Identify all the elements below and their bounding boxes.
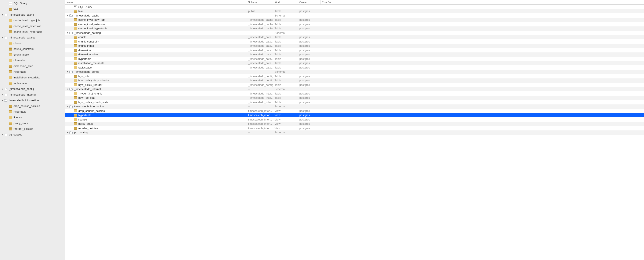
sidebar-item[interactable]: ▼timescaledb_information bbox=[0, 98, 65, 103]
sidebar-item[interactable]: reorder_policies bbox=[0, 126, 65, 132]
cell-schema: timescaledb_infor... bbox=[247, 117, 273, 122]
table-row[interactable]: bgw_job_timescaledb_configTablepostgres bbox=[65, 74, 644, 78]
sidebar-item[interactable]: chunk bbox=[0, 40, 65, 46]
column-header-owner[interactable]: Owner bbox=[298, 0, 320, 4]
table-row[interactable]: ▼_timescaledb_config--Schema bbox=[65, 70, 644, 74]
sidebar-tree[interactable]: SQLSQL Querytaxi▼_timescaledb_cachecache… bbox=[0, 0, 65, 260]
cell-kind: View bbox=[273, 113, 298, 118]
cell-name: ▼_timescaledb_cache bbox=[65, 13, 247, 18]
table-row[interactable]: bgw_policy_chunk_stats_timescaledb_inter… bbox=[65, 100, 644, 104]
cell-name: dimension_slice bbox=[65, 52, 247, 57]
table-row[interactable]: dimension_slice_timescaledb_cata...Table… bbox=[65, 52, 644, 57]
disclosure-triangle-icon[interactable]: ▼ bbox=[66, 71, 69, 73]
cell-name-label: drop_chunks_policies bbox=[78, 109, 105, 113]
cell-schema: timescaledb_infor... bbox=[247, 122, 273, 126]
sidebar-item-label: SQL Query bbox=[14, 0, 27, 6]
table-row[interactable]: ▼timescaledb_information--Schema bbox=[65, 104, 644, 109]
cell-rowcount bbox=[320, 9, 333, 13]
sidebar-item[interactable]: dimension_slice bbox=[0, 63, 65, 69]
disclosure-triangle-icon[interactable]: ▼ bbox=[1, 35, 4, 40]
table-row[interactable]: licensetimescaledb_infor...Viewpostgres bbox=[65, 117, 644, 122]
sidebar-item[interactable]: policy_stats bbox=[0, 120, 65, 126]
column-header-rowcount[interactable]: Row Co bbox=[320, 0, 333, 4]
disclosure-triangle-icon[interactable]: ▼ bbox=[66, 105, 69, 108]
sidebar-item[interactable]: ▼_timescaledb_catalog bbox=[0, 35, 65, 40]
disclosure-triangle-icon[interactable]: ▼ bbox=[1, 12, 4, 17]
svg-rect-42 bbox=[9, 65, 12, 67]
table-row[interactable]: hypertabletimescaledb_infor...Viewpostgr… bbox=[65, 113, 644, 118]
table-row[interactable]: SQLSQL Query------ bbox=[65, 5, 644, 9]
sidebar-item[interactable]: cache_inval_hypertable bbox=[0, 29, 65, 35]
table-row[interactable]: chunk_index_timescaledb_cata...Tablepost… bbox=[65, 44, 644, 48]
sidebar-item[interactable]: ▶_timescaledb_config bbox=[0, 86, 65, 92]
sidebar-item[interactable]: ▶_timescaledb_internal bbox=[0, 92, 65, 98]
cell-name-label: cache_inval_extension bbox=[78, 23, 106, 26]
table-row[interactable]: ▼_timescaledb_catalog--Schema bbox=[65, 31, 644, 35]
disclosure-triangle-icon[interactable]: ▼ bbox=[66, 14, 69, 17]
table-row[interactable]: cache_inval_bgw_job_timescaledb_cacheTab… bbox=[65, 18, 644, 22]
sidebar-item[interactable]: tablespace bbox=[0, 80, 65, 86]
disclosure-triangle-icon[interactable]: ▶ bbox=[1, 132, 4, 137]
table-row[interactable]: ▼_timescaledb_cache--Schema bbox=[65, 13, 644, 18]
cell-rowcount bbox=[320, 74, 333, 78]
disclosure-triangle-icon[interactable]: ▼ bbox=[1, 98, 4, 103]
svg-text:SQL: SQL bbox=[74, 6, 77, 7]
view-icon bbox=[9, 104, 12, 108]
cell-rowcount bbox=[320, 78, 333, 83]
table-icon bbox=[9, 47, 12, 51]
sidebar-item[interactable]: license bbox=[0, 115, 65, 120]
table-row[interactable]: hypertable_timescaledb_cata...Tablepostg… bbox=[65, 57, 644, 61]
table-row[interactable]: bgw_policy_reorder_timescaledb_configTab… bbox=[65, 83, 644, 87]
sidebar-item[interactable]: cache_inval_bgw_job bbox=[0, 17, 65, 23]
cell-rowcount bbox=[320, 130, 333, 135]
sidebar-item[interactable]: installation_metadata bbox=[0, 75, 65, 80]
column-header-kind[interactable]: Kind bbox=[273, 0, 298, 4]
table-row[interactable]: ▶pg_catalog--Schema bbox=[65, 130, 644, 135]
cell-name: _hyper_3_2_chunk bbox=[65, 91, 247, 96]
table-row[interactable]: tablespace_timescaledb_cata...Tablepostg… bbox=[65, 65, 644, 70]
table-row[interactable]: _hyper_3_2_chunk_timescaledb_inter...Tab… bbox=[65, 91, 644, 96]
table-row[interactable]: chunk_timescaledb_cata...Tablepostgres bbox=[65, 35, 644, 39]
column-header-schema[interactable]: Schema bbox=[247, 0, 273, 4]
svg-rect-22 bbox=[9, 42, 12, 45]
disclosure-triangle-icon[interactable]: ▼ bbox=[66, 32, 69, 34]
cell-name: chunk_constraint bbox=[65, 39, 247, 44]
folder-icon bbox=[4, 87, 8, 91]
table-row[interactable]: dimension_timescaledb_cata...Tablepostgr… bbox=[65, 48, 644, 52]
table-row[interactable]: cache_inval_hypertable_timescaledb_cache… bbox=[65, 26, 644, 31]
table-icon bbox=[74, 66, 77, 69]
table-row[interactable]: installation_metadata_timescaledb_cata..… bbox=[65, 61, 644, 66]
sidebar-item[interactable]: ▼_timescaledb_cache bbox=[0, 12, 65, 17]
disclosure-triangle-icon[interactable]: ▼ bbox=[66, 88, 69, 90]
sidebar-item[interactable]: hypertable bbox=[0, 109, 65, 115]
table-row[interactable]: bgw_policy_drop_chunks_timescaledb_confi… bbox=[65, 78, 644, 83]
cell-owner: postgres bbox=[298, 61, 320, 66]
table-row[interactable]: policy_statstimescaledb_infor...Viewpost… bbox=[65, 122, 644, 126]
table-row[interactable]: bgw_job_stat_timescaledb_inter...Tablepo… bbox=[65, 96, 644, 100]
cell-owner: postgres bbox=[298, 78, 320, 83]
sidebar-item[interactable]: drop_chunks_policies bbox=[0, 103, 65, 109]
sidebar-item[interactable]: hypertable bbox=[0, 69, 65, 75]
sidebar-item[interactable]: cache_inval_extension bbox=[0, 23, 65, 29]
table-row[interactable]: reorder_policiestimescaledb_infor...View… bbox=[65, 126, 644, 130]
view-icon bbox=[9, 127, 12, 131]
disclosure-triangle-icon[interactable]: ▶ bbox=[1, 92, 4, 98]
sidebar-item[interactable]: dimension bbox=[0, 57, 65, 63]
table-body[interactable]: SQLSQL Query------taxipublicTablepostgre… bbox=[65, 5, 644, 260]
disclosure-triangle-icon[interactable]: ▶ bbox=[1, 86, 4, 92]
sidebar-item[interactable]: ▶pg_catalog bbox=[0, 132, 65, 137]
sidebar-item[interactable]: chunk_constraint bbox=[0, 46, 65, 52]
table-row[interactable]: cache_inval_extension_timescaledb_cacheT… bbox=[65, 22, 644, 26]
column-header-name[interactable]: Name bbox=[65, 0, 247, 4]
table-row[interactable]: taxipublicTablepostgres bbox=[65, 9, 644, 13]
table-icon bbox=[74, 62, 77, 65]
sidebar-item[interactable]: taxi bbox=[0, 6, 65, 12]
disclosure-triangle-icon[interactable]: ▶ bbox=[66, 131, 69, 133]
table-row[interactable]: ▼_timescaledb_internal--Schema bbox=[65, 87, 644, 92]
folder-icon bbox=[70, 31, 73, 34]
sidebar-item[interactable]: SQLSQL Query bbox=[0, 0, 65, 6]
table-icon bbox=[74, 27, 77, 30]
table-row[interactable]: chunk_constraint_timescaledb_cata...Tabl… bbox=[65, 39, 644, 44]
table-row[interactable]: drop_chunks_policiestimescaledb_infor...… bbox=[65, 109, 644, 113]
sidebar-item[interactable]: chunk_index bbox=[0, 52, 65, 57]
